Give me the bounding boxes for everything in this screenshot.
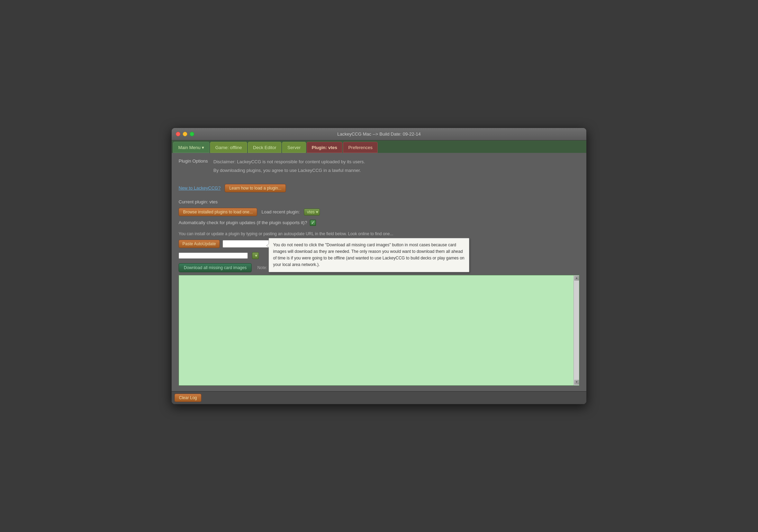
tab-preferences[interactable]: Preferences bbox=[343, 142, 378, 153]
install-note: You can install or update a plugin by ty… bbox=[179, 231, 579, 236]
plugin-select[interactable]: vtes ▾ bbox=[304, 209, 320, 215]
scroll-up-icon: ▲ bbox=[575, 276, 578, 279]
log-area: ▲ ▼ bbox=[179, 275, 579, 386]
disclaimer: Disclaimer: LackeyCCG is not responsible… bbox=[214, 158, 365, 180]
content-area: Plugin Options Disclaimer: LackeyCCG is … bbox=[172, 153, 586, 391]
disclaimer-line1: Disclaimer: LackeyCCG is not responsible… bbox=[214, 158, 365, 166]
maximize-button[interactable] bbox=[190, 132, 194, 136]
clear-log-button[interactable]: Clear Log bbox=[174, 394, 201, 402]
check-icon: ✓ bbox=[311, 220, 315, 225]
tab-bar: Main Menu ▾ Game: offline Deck Editor Se… bbox=[172, 140, 586, 153]
tooltip-box: You do not need to click the "Download a… bbox=[269, 238, 469, 272]
plugin-controls: Browse installed plugins to load one... … bbox=[179, 208, 579, 216]
auto-check-checkbox[interactable]: ✓ bbox=[310, 220, 316, 226]
tooltip-text: You do not need to click the "Download a… bbox=[273, 242, 464, 267]
auto-check-label: Automatically check for plugin updates (… bbox=[179, 220, 307, 225]
browse-plugins-button[interactable]: Browse installed plugins to load one... bbox=[179, 208, 257, 216]
tab-deck-editor[interactable]: Deck Editor bbox=[248, 142, 281, 153]
disclaimer-line2: By downloading plugins, you agree to use… bbox=[214, 167, 365, 174]
bottom-bar: Clear Log bbox=[172, 391, 586, 404]
download-images-button[interactable]: Download all missing card images bbox=[179, 263, 252, 272]
tooltip-arrow-inner bbox=[267, 244, 269, 248]
progress-select-icon: ▾ bbox=[255, 253, 257, 258]
progress-bar-container bbox=[179, 253, 248, 259]
title-bar: LackeyCCG Mac --> Build Date: 09-22-14 bbox=[172, 128, 586, 140]
scroll-down-icon: ▼ bbox=[575, 380, 578, 384]
main-window: LackeyCCG Mac --> Build Date: 09-22-14 M… bbox=[171, 128, 587, 404]
window-title: LackeyCCG Mac --> Build Date: 09-22-14 bbox=[176, 131, 582, 137]
scroll-up-button[interactable]: ▲ bbox=[574, 276, 579, 281]
log-scrollbar[interactable]: ▲ ▼ bbox=[574, 275, 579, 385]
plugin-section-header: Plugin Options Disclaimer: LackeyCCG is … bbox=[179, 158, 579, 180]
new-to-link[interactable]: New to LackeyCCG? bbox=[179, 185, 220, 191]
scroll-down-button[interactable]: ▼ bbox=[574, 380, 579, 385]
paste-autoupdate-button[interactable]: Paste AutoUpdate bbox=[179, 240, 220, 248]
minimize-button[interactable] bbox=[183, 132, 187, 136]
new-to-row: New to LackeyCCG? Learn how to load a pl… bbox=[179, 184, 579, 192]
progress-select[interactable]: ▾ bbox=[252, 252, 259, 259]
autoupdate-row: Paste AutoUpdate Install or Update from … bbox=[179, 240, 579, 248]
learn-plugin-button[interactable]: Learn how to load a plugin... bbox=[225, 184, 286, 192]
plugin-select-value: vtes bbox=[307, 210, 315, 214]
tab-plugin[interactable]: Plugin: vtes bbox=[307, 142, 343, 153]
tab-main-menu[interactable]: Main Menu ▾ bbox=[173, 142, 209, 153]
auto-check-row: Automatically check for plugin updates (… bbox=[179, 220, 579, 226]
current-plugin-label: Current plugin: vtes bbox=[179, 199, 579, 204]
traffic-lights bbox=[176, 132, 194, 136]
section-label: Plugin Options bbox=[179, 158, 208, 177]
tab-server[interactable]: Server bbox=[282, 142, 306, 153]
load-recent-label: Load recent plugin: bbox=[261, 209, 300, 214]
plugin-select-arrow: ▾ bbox=[316, 210, 318, 214]
close-button[interactable] bbox=[176, 132, 180, 136]
tab-game[interactable]: Game: offline bbox=[210, 142, 247, 153]
